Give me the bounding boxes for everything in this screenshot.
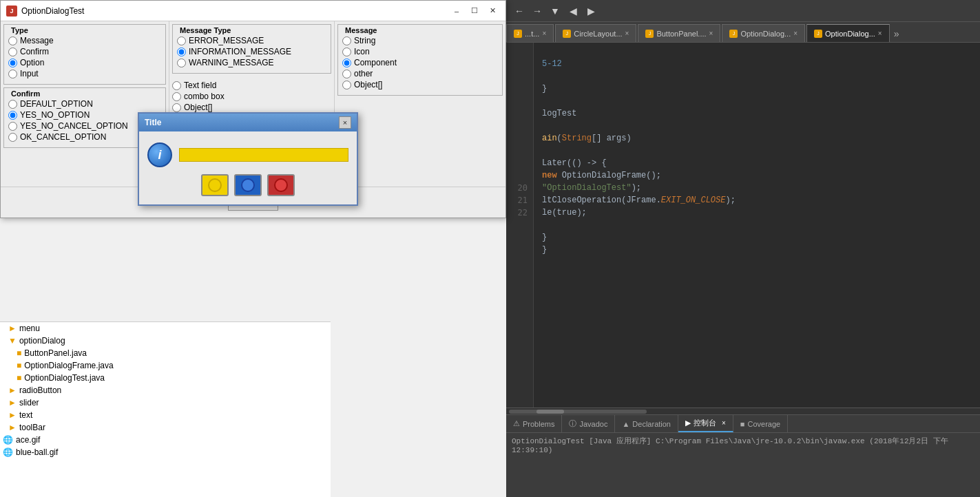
type-message-label: Message — [20, 36, 54, 45]
msg-other-radio[interactable] — [342, 70, 351, 78]
editor-tab-2[interactable]: J ButtonPanel.... × — [638, 24, 720, 42]
bottom-content: OptionDialogTest [Java 应用程序] C:\Program … — [506, 433, 980, 497]
msg-component-radio[interactable] — [342, 59, 351, 67]
bottom-tab-javadoc[interactable]: ⓘ Javadoc — [562, 415, 615, 432]
msgtype-error-radio[interactable] — [177, 36, 186, 45]
tab-close-0[interactable]: × — [542, 30, 546, 37]
editor-tab-label-1: CircleLayout... — [574, 30, 622, 38]
editor-tab-1[interactable]: J CircleLayout... × — [555, 24, 636, 42]
tree-item-label: OptionDialogTest.java — [24, 373, 105, 383]
window-titlebar: J OptionDialogTest – ☐ ✕ — [1, 1, 505, 21]
tab-close-3[interactable]: × — [793, 30, 797, 37]
more-tabs-icon[interactable]: » — [891, 25, 902, 42]
declaration-icon: ▲ — [622, 420, 629, 428]
code-line: } — [542, 83, 972, 95]
line-num — [512, 157, 528, 169]
tab-close-4[interactable]: × — [878, 30, 882, 37]
tree-item-toolbar[interactable]: ► toolBar — [0, 421, 331, 434]
msgtype-info-radio[interactable] — [177, 47, 186, 56]
confirm-yesno-radio[interactable] — [8, 111, 17, 120]
bottom-tab-coverage[interactable]: ■ Coverage — [733, 415, 788, 432]
option-objectarr-item: Object[] — [172, 103, 331, 112]
tree-item-acegif[interactable]: 🌐 ace.gif — [0, 434, 331, 446]
confirm-label: Confirm — [8, 89, 161, 98]
bottom-tab-console[interactable]: ▶ 控制台 × — [678, 415, 733, 432]
type-confirm-item: Confirm — [8, 47, 161, 56]
msg-icon-label: Icon — [354, 47, 370, 56]
code-area: 20 21 22 5-12 } logTest ain(String[] arg… — [506, 43, 980, 408]
bottom-panel: ⚠ Problems ⓘ Javadoc ▲ Declaration ▶ 控制台… — [506, 414, 980, 497]
type-message-radio[interactable] — [8, 36, 17, 45]
yellow-button[interactable] — [201, 174, 229, 196]
msgtype-warning-radio[interactable] — [177, 59, 186, 67]
maximize-button[interactable]: ☐ — [467, 5, 482, 17]
bottom-tab-declaration[interactable]: ▲ Declaration — [615, 415, 678, 432]
option-objectarr-radio[interactable] — [172, 103, 181, 112]
toolbar-dropdown-btn[interactable]: ▼ — [548, 3, 563, 19]
toolbar-back-btn[interactable]: ← — [512, 3, 527, 19]
editor-tab-0[interactable]: J ...t... × — [506, 24, 554, 42]
toolbar-prev-btn[interactable]: ◀ — [565, 3, 581, 19]
bottom-tab-problems[interactable]: ⚠ Problems — [506, 415, 562, 432]
tree-item-menu[interactable]: ► menu — [0, 322, 331, 335]
type-confirm-radio[interactable] — [8, 47, 17, 56]
tree-item-text[interactable]: ► text — [0, 409, 331, 421]
tab-close-2[interactable]: × — [709, 30, 713, 37]
tree-item-slider[interactable]: ► slider — [0, 396, 331, 409]
blue-button[interactable] — [234, 174, 262, 196]
type-option-label: Option — [20, 58, 44, 67]
type-option-radio[interactable] — [8, 59, 17, 67]
confirm-default-radio[interactable] — [8, 100, 17, 109]
java-icon: J — [6, 6, 17, 17]
type-confirm-label: Confirm — [20, 47, 49, 56]
line-num — [512, 95, 528, 107]
minimize-button[interactable]: – — [449, 5, 464, 17]
red-button[interactable] — [267, 174, 295, 196]
confirm-yesnocancel-radio[interactable] — [8, 122, 17, 131]
option-combobox-radio[interactable] — [172, 92, 181, 101]
editor-tab-label-4: OptionDialog... — [825, 30, 875, 38]
tab-close-1[interactable]: × — [625, 30, 629, 37]
window-title-area: J OptionDialogTest — [6, 6, 84, 17]
msg-string-radio[interactable] — [342, 36, 351, 45]
line-num — [512, 83, 528, 95]
option-textfield-radio[interactable] — [172, 81, 181, 90]
confirm-default-label: DEFAULT_OPTION — [20, 99, 93, 109]
file-tree: ► menu ▼ optionDialog ■ ButtonPanel.java… — [0, 321, 331, 497]
msg-objectarr-radio[interactable] — [342, 81, 351, 89]
tree-item-blueballgif[interactable]: 🌐 blue-ball.gif — [0, 446, 331, 458]
close-button[interactable]: ✕ — [485, 5, 500, 17]
scrollbar-thumb[interactable] — [536, 410, 564, 414]
tree-item-radiobutton[interactable]: ► radioButton — [0, 384, 331, 396]
type-input-radio[interactable] — [8, 70, 17, 78]
confirm-okcancel-radio[interactable] — [8, 133, 17, 142]
code-content[interactable]: 5-12 } logTest ain(String[] args) Later(… — [534, 43, 980, 408]
type-input-item: Input — [8, 69, 161, 78]
tree-item-optiondialog[interactable]: ▼ optionDialog — [0, 335, 331, 347]
editor-tab-4[interactable]: J OptionDialog... × — [806, 24, 890, 42]
folder-icon: ► — [8, 324, 17, 333]
folder-icon: ► — [8, 410, 17, 420]
option-combobox-label: combo box — [184, 92, 225, 101]
line-num — [512, 45, 528, 58]
code-line: "OptionDialogTest"); — [542, 182, 972, 194]
file-icon: ■ — [17, 373, 21, 383]
tree-item-optiondialogtest[interactable]: ■ OptionDialogTest.java — [0, 372, 331, 384]
tree-item-optiondialogframe[interactable]: ■ OptionDialogFrame.java — [0, 359, 331, 372]
tree-item-buttonpanel[interactable]: ■ ButtonPanel.java — [0, 347, 331, 359]
toolbar-forward-btn[interactable]: → — [530, 3, 545, 19]
scrollbar-track[interactable] — [509, 410, 647, 414]
msg-icon-radio[interactable] — [342, 47, 351, 56]
type-option-item: Option — [8, 58, 161, 67]
title-dialog-close-button[interactable]: × — [339, 116, 351, 129]
code-line — [542, 70, 972, 83]
toolbar-next-btn[interactable]: ▶ — [583, 3, 598, 19]
tree-item-label: ButtonPanel.java — [24, 348, 87, 358]
type-input-label: Input — [20, 69, 39, 78]
bottom-tab-label: Coverage — [747, 420, 780, 428]
confirm-yesno-label: YES_NO_OPTION — [20, 110, 90, 120]
folder-open-icon: ▼ — [8, 336, 17, 346]
close-console-icon[interactable]: × — [722, 419, 726, 427]
editor-tab-label-2: ButtonPanel.... — [656, 30, 706, 38]
editor-tab-3[interactable]: J OptionDialog... × — [722, 24, 805, 42]
